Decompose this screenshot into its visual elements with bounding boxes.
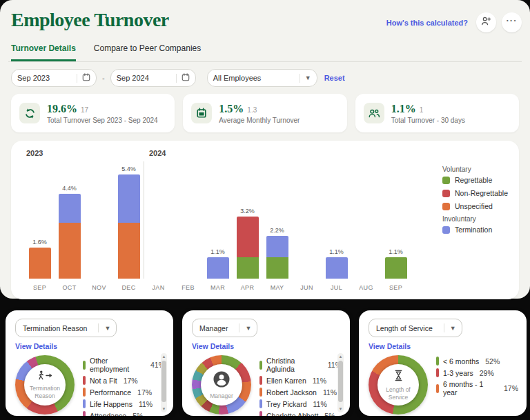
- employee-filter-select[interactable]: All Employees ▼: [207, 69, 317, 87]
- bar-segment-termination[interactable]: [59, 194, 81, 223]
- year-label-2023: 2023: [26, 149, 43, 157]
- date-range-separator: -: [102, 74, 105, 82]
- start-date-picker[interactable]: Sep 2023: [11, 69, 97, 87]
- person-icon: [213, 370, 230, 391]
- breakdown-legend-item: < 6 months52%: [436, 357, 518, 366]
- scroll-down-icon[interactable]: ▼: [161, 406, 167, 412]
- scrollbar-thumb[interactable]: [338, 361, 343, 402]
- legend-swatch: [259, 411, 262, 416]
- breakdown-select[interactable]: Manager ▼: [192, 319, 257, 337]
- bar-segment-unspecified[interactable]: [29, 248, 51, 279]
- bar-total-label: 3.2%: [240, 208, 255, 214]
- employee-turnover-panel: Employee Turnover How's this calculated?…: [0, 0, 530, 299]
- breakdown-select[interactable]: Length of Service ▼: [369, 319, 462, 337]
- year-label-2024: 2024: [149, 149, 166, 157]
- breakdown-select-value: Length of Service: [376, 324, 433, 332]
- bar-column-jan-4: [144, 160, 173, 279]
- bar-segment-termination[interactable]: [207, 257, 229, 279]
- view-details-link[interactable]: View Details: [192, 342, 342, 350]
- legend-swatch: [83, 399, 86, 408]
- reset-filters-link[interactable]: Reset: [324, 74, 345, 82]
- ellipsis-icon: ···: [507, 16, 518, 29]
- bar-segment-termination[interactable]: [118, 174, 140, 223]
- start-date-value: Sep 2023: [17, 74, 50, 82]
- chart-legend: VoluntaryRegrettableNon-RegrettableUnspe…: [442, 164, 508, 239]
- share-button[interactable]: [476, 12, 496, 32]
- stat-label: Average Monthly Turnover: [219, 117, 300, 124]
- termination-reason-donut[interactable]: Termination Reason: [15, 355, 75, 414]
- view-details-link[interactable]: View Details: [15, 342, 165, 350]
- legend-swatch: [259, 361, 262, 370]
- bar-column-sep-12: 1.1%: [381, 160, 411, 279]
- length-of-service-card: Length of Service ▼ View Details Length …: [359, 310, 527, 416]
- month-axis-label: MAR: [203, 284, 233, 291]
- month-axis-label: SEP: [381, 284, 411, 291]
- scroll-down-icon[interactable]: ▼: [337, 406, 344, 412]
- breakdown-legend-item: Charlotte Abbott5%: [259, 411, 342, 416]
- legend-scrollbar[interactable]: ▲▼: [161, 353, 167, 412]
- filter-bar: Sep 2023 - Sep 2024 All Employees ▼ Rese…: [11, 69, 519, 87]
- bar-segment-termination[interactable]: [326, 257, 348, 279]
- bar-segment-regrettable[interactable]: [266, 257, 288, 279]
- legend-item-unspecified: Unspecified: [442, 202, 508, 210]
- people-icon: [364, 103, 384, 123]
- donut-center-label: Length of Service: [381, 386, 415, 401]
- turnover-chart-card: 1.6%4.4%5.4%1.1%3.2%2.2%1.1%1.1% SEPOCTN…: [11, 141, 519, 299]
- breakdown-select-value: Manager: [199, 324, 228, 332]
- legend-swatch: [83, 361, 86, 370]
- month-axis-label: MAY: [262, 284, 292, 291]
- length-of-service-donut[interactable]: Length of Service: [369, 355, 428, 414]
- page-title: Employee Turnover: [11, 10, 169, 31]
- bar-total-label: 4.4%: [62, 185, 77, 192]
- bar-segment-termination[interactable]: [266, 236, 288, 257]
- month-axis-label: OCT: [55, 284, 84, 291]
- legend-swatch: [83, 411, 86, 416]
- stat-total-turnover: 19.6% 17 Total Turnover Sep 2023 - Sep 2…: [11, 94, 175, 132]
- breakdown-select-value: Termination Reason: [23, 324, 87, 332]
- scroll-up-icon[interactable]: ▲: [161, 354, 167, 359]
- stat-secondary: 1: [420, 106, 424, 114]
- bar-segment-non-regrettable[interactable]: [237, 217, 259, 257]
- view-details-link[interactable]: View Details: [369, 342, 518, 350]
- stat-secondary: 17: [81, 106, 88, 114]
- legend-group-label: Voluntary: [442, 166, 508, 173]
- bar-column-sep-0: 1.6%: [25, 160, 55, 279]
- month-axis-label: NOV: [84, 284, 114, 291]
- termination-reason-card: Termination Reason ▼ View Details Termin…: [6, 310, 173, 416]
- stats-row: 19.6% 17 Total Turnover Sep 2023 - Sep 2…: [11, 94, 519, 132]
- bar-total-label: 2.2%: [270, 227, 284, 234]
- month-axis-label: JUN: [292, 284, 322, 291]
- how-calculated-link[interactable]: How's this calculated?: [386, 19, 468, 27]
- chevron-down-icon: ▼: [444, 325, 462, 332]
- month-axis-label: JUL: [322, 284, 351, 291]
- bar-column-oct-1: 4.4%: [55, 160, 84, 279]
- hourglass-icon: [393, 369, 404, 385]
- manager-donut[interactable]: Manager: [192, 355, 251, 414]
- legend-swatch: [83, 376, 86, 385]
- person-add-icon: [481, 16, 491, 29]
- scroll-up-icon[interactable]: ▲: [337, 354, 344, 359]
- bar-total-label: 1.6%: [32, 239, 47, 246]
- scrollbar-thumb[interactable]: [161, 361, 166, 402]
- manager-card: Manager ▼ View Details Manager Christina…: [182, 310, 350, 416]
- tab-turnover-details[interactable]: Turnover Details: [11, 43, 76, 61]
- tab-compare-peer-companies[interactable]: Compare to Peer Companies: [94, 43, 201, 61]
- bar-segment-regrettable[interactable]: [385, 257, 407, 279]
- breakdown-legend-item: Life Happens11%: [83, 399, 165, 408]
- stat-secondary: 1.3: [247, 106, 257, 114]
- breakdown-legend-item: Other employment41%: [83, 357, 165, 373]
- end-date-picker[interactable]: Sep 2024: [110, 69, 196, 87]
- bar-segment-regrettable[interactable]: [237, 257, 259, 279]
- more-options-button[interactable]: ···: [502, 12, 522, 32]
- legend-scrollbar[interactable]: ▲▼: [337, 353, 344, 412]
- tab-bar: Turnover Details Compare to Peer Compani…: [11, 43, 519, 61]
- breakdown-legend-item: Robert Jackson11%: [259, 388, 342, 397]
- month-axis-label: AUG: [351, 284, 381, 291]
- bar-segment-unspecified[interactable]: [59, 223, 81, 279]
- breakdown-select[interactable]: Termination Reason ▼: [15, 319, 117, 337]
- month-axis-label: SEP: [25, 284, 55, 291]
- bar-segment-unspecified[interactable]: [118, 223, 140, 279]
- bar-total-label: 5.4%: [121, 166, 136, 172]
- stat-turnover-30-days: 1.1% 1 Total Turnover - 30 days: [355, 94, 519, 132]
- chevron-down-icon: ▼: [99, 325, 116, 332]
